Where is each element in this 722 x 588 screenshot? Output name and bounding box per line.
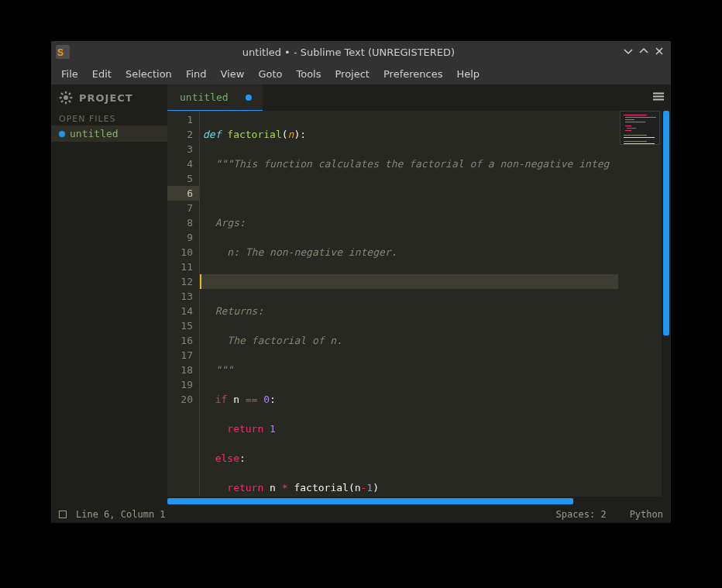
panel-switcher-icon[interactable] — [59, 511, 67, 518]
line-number[interactable]: 3 — [167, 142, 199, 156]
sidebar-project-header[interactable]: PROJECT — [51, 84, 167, 111]
line-number[interactable]: 19 — [167, 377, 199, 392]
svg-line-6 — [69, 101, 70, 102]
minimap[interactable] — [618, 111, 662, 497]
menu-view[interactable]: View — [214, 65, 252, 83]
menu-tools[interactable]: Tools — [289, 65, 328, 83]
line-number[interactable]: 13 — [167, 289, 199, 304]
app-window: S untitled • - Sublime Text (UNREGISTERE… — [51, 41, 671, 523]
menu-find[interactable]: Find — [179, 65, 214, 83]
status-syntax[interactable]: Python — [630, 509, 663, 520]
status-line-col[interactable]: Line 6, Column 1 — [76, 509, 166, 520]
minimize-icon[interactable] — [623, 46, 634, 59]
menu-file[interactable]: File — [54, 65, 85, 83]
svg-line-8 — [69, 93, 70, 95]
line-number[interactable]: 15 — [167, 318, 199, 333]
line-number[interactable]: 4 — [167, 156, 199, 171]
menu-selection[interactable]: Selection — [119, 65, 179, 83]
app-icon: S — [56, 45, 70, 59]
menu-goto[interactable]: Goto — [251, 65, 289, 83]
line-number[interactable]: 12 — [167, 274, 199, 289]
line-number[interactable]: 5 — [167, 171, 199, 186]
vertical-scrollbar[interactable] — [662, 111, 671, 497]
tab-untitled[interactable]: untitled — [167, 84, 263, 111]
window-title: untitled • - Sublime Text (UNREGISTERED) — [74, 46, 623, 58]
tab-label: untitled — [180, 91, 229, 103]
title-bar[interactable]: S untitled • - Sublime Text (UNREGISTERE… — [51, 41, 671, 63]
menu-project[interactable]: Project — [328, 65, 376, 83]
tab-bar: untitled — [167, 84, 671, 111]
line-number[interactable]: 17 — [167, 348, 199, 363]
line-number[interactable]: 11 — [167, 260, 199, 274]
line-number[interactable]: 2 — [167, 127, 199, 142]
maximize-icon[interactable] — [638, 46, 649, 59]
svg-line-5 — [61, 93, 63, 95]
svg-line-7 — [61, 101, 63, 102]
sidebar-open-file[interactable]: untitled — [51, 126, 167, 142]
line-number[interactable]: 7 — [167, 201, 199, 215]
status-indent[interactable]: Spaces: 2 — [556, 509, 607, 520]
menu-preferences[interactable]: Preferences — [376, 65, 449, 83]
dirty-dot-icon — [246, 95, 252, 101]
tab-menu-icon[interactable] — [652, 91, 665, 105]
gear-icon — [59, 91, 73, 105]
sidebar-project-label: PROJECT — [79, 92, 133, 104]
line-number[interactable]: 18 — [167, 363, 199, 377]
line-number[interactable]: 1 — [167, 112, 199, 127]
scrollbar-thumb[interactable] — [663, 111, 669, 335]
code-editor[interactable]: def factorial(n): """This function calcu… — [200, 111, 618, 497]
sidebar-open-file-name: untitled — [70, 128, 119, 139]
line-number[interactable]: 6 — [167, 186, 199, 201]
status-bar: Line 6, Column 1 Spaces: 2 Python — [51, 506, 671, 523]
line-number[interactable]: 10 — [167, 245, 199, 260]
sidebar: PROJECT OPEN FILES untitled — [51, 84, 167, 506]
menu-bar: File Edit Selection Find View Goto Tools… — [51, 63, 671, 84]
dirty-dot-icon — [59, 131, 65, 137]
menu-help[interactable]: Help — [449, 65, 486, 83]
line-number-gutter[interactable]: 1 2 3 4 5 6 7 8 9 10 11 12 13 14 15 16 1 — [167, 111, 200, 497]
close-icon[interactable] — [654, 46, 665, 59]
svg-point-0 — [64, 95, 68, 100]
line-number[interactable]: 20 — [167, 392, 199, 407]
menu-edit[interactable]: Edit — [85, 65, 119, 83]
sidebar-open-files-label: OPEN FILES — [51, 111, 167, 126]
scrollbar-thumb[interactable] — [167, 498, 573, 504]
line-number[interactable]: 16 — [167, 333, 199, 348]
line-number[interactable]: 8 — [167, 215, 199, 230]
horizontal-scrollbar[interactable] — [167, 497, 671, 506]
minimap-viewport[interactable] — [620, 111, 660, 145]
line-number[interactable]: 9 — [167, 230, 199, 245]
line-number[interactable]: 14 — [167, 304, 199, 318]
